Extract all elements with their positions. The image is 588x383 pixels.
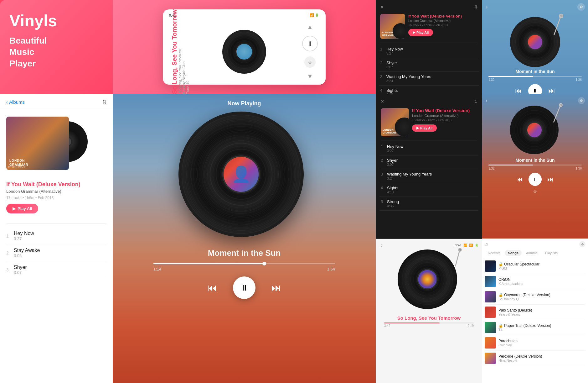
bottom-progress-fill: [384, 323, 440, 323]
song-row-2[interactable]: ORiON X Ambassadors: [485, 274, 585, 289]
tab-albums[interactable]: Albums: [523, 250, 541, 256]
right-album-cover: LONDONGRAMMAR: [381, 108, 409, 136]
songs-tabs: Recents Songs Albums Playlists: [485, 250, 585, 256]
right-track-3[interactable]: 3 Wasting My Young Years 3:24: [379, 169, 478, 183]
center-art-image: 👤: [224, 157, 259, 192]
close-icon[interactable]: ✕: [380, 4, 384, 9]
right-album-meta: 16 tracks • 1h2m • Feb 2013: [412, 118, 477, 122]
dark-track-list: 1 Hey Now 3:27 2 Shyer 3:07 3: [379, 44, 479, 94]
far-right-vinyl: [510, 106, 559, 154]
settings-button[interactable]: ⚙: [577, 3, 585, 11]
track-row-2[interactable]: 2 Stay Awake 3:05: [6, 244, 106, 261]
right-track-list: 1 Hey Now 3:27 2 Shyer 3:07: [379, 142, 478, 211]
track-row-3[interactable]: 3 Shyer 3:07: [6, 261, 106, 278]
track-row-1[interactable]: 1 Hey Now 3:27: [6, 228, 106, 244]
far-right-column: ♪ ⚙: [482, 94, 588, 383]
track-list: 1 Hey Now 3:27 2 Stay Awake 3:05 3 Shyer…: [0, 228, 113, 278]
dark-track-row-1[interactable]: 1 Hey Now 3:27: [379, 44, 479, 58]
progress-handle[interactable]: [262, 262, 266, 265]
tab-playlists[interactable]: Playlists: [542, 250, 561, 256]
sort-icon-right[interactable]: ⇅: [474, 99, 477, 104]
time-bottom: 9:41: [456, 244, 462, 247]
right-track-1[interactable]: 1 Hey Now 3:27: [379, 142, 478, 155]
song-row-4[interactable]: Palo Santo (Deluxe) Years & Years: [485, 305, 585, 320]
song-row-1[interactable]: 🔒 Oracular Spectacular MGMT: [485, 259, 585, 274]
top-phone-section: 9:41 📶 🔋 So Long, See You Tomorrow So Lo…: [113, 0, 376, 94]
dark-album-title: If You Wait (Deluxe Version): [408, 14, 478, 18]
rewind-button[interactable]: ⏮: [515, 87, 522, 94]
sort-icon[interactable]: ⇅: [474, 4, 478, 9]
bottom-total-time: 2:19: [468, 324, 474, 328]
song-thumb-4: [485, 307, 496, 318]
album-art-image: [528, 35, 542, 49]
airplay-icon-far[interactable]: ⊛: [533, 189, 537, 194]
person-icon: 👤: [231, 165, 251, 183]
settings-button-far[interactable]: ⚙: [578, 97, 585, 104]
gear-icon-far: ⚙: [580, 99, 583, 103]
play-all-button[interactable]: ▶ Play All: [6, 204, 38, 213]
forward-far[interactable]: ⏭: [547, 176, 554, 183]
song-thumb-3: [485, 291, 496, 302]
divider: [6, 223, 106, 224]
progress-fill: [153, 263, 264, 264]
play-icon: ▶: [413, 30, 415, 34]
player-controls: ⏮ ⏸ ⏭: [207, 276, 281, 299]
song-row-6[interactable]: Parachutes Coldplay: [485, 335, 585, 351]
pause-button[interactable]: ⏸: [302, 36, 318, 51]
dark-track-row-2[interactable]: 2 Shyer 3:07: [379, 58, 479, 72]
song-thumb-7: [485, 353, 496, 364]
main-vinyl: 👤: [178, 112, 304, 237]
arrow-down-icon[interactable]: ▼: [307, 73, 313, 80]
right-column: ✕ ⇅ LONDONGRAMMAR If You Wait (Deluxe Ve…: [376, 94, 482, 383]
right-track-5[interactable]: 5 Strong 4:35: [379, 197, 478, 211]
album-title: If You Wait (Deluxe Version): [6, 181, 106, 188]
signal-icon: 📶: [463, 244, 467, 247]
arrow-up-icon[interactable]: ▲: [307, 24, 313, 31]
close-icon-right[interactable]: ✕: [381, 99, 384, 104]
right-track-4[interactable]: 4 Sights 4:13: [379, 183, 478, 197]
pause-button-turntable[interactable]: ⏸: [528, 84, 542, 94]
bottom-progress: 3:42 2:19: [379, 323, 478, 328]
bottom-vinyl: [398, 249, 457, 309]
tab-songs[interactable]: Songs: [505, 250, 522, 256]
dark-album-artist: London Grammar (Alternative): [408, 19, 478, 23]
dark-track-row-4[interactable]: 4 Sights 4:13: [379, 86, 479, 94]
song-thumb-1: [485, 260, 496, 272]
tab-recents[interactable]: Recents: [485, 250, 503, 256]
pause-far[interactable]: ⏸: [529, 173, 542, 186]
rewind-button-main[interactable]: ⏮: [207, 282, 217, 294]
right-play-all-button[interactable]: ▶ Play All: [412, 124, 437, 132]
forward-button[interactable]: ⏭: [548, 87, 555, 94]
wifi-icon: 🛜: [469, 244, 473, 247]
dark-track-row-3[interactable]: 3 Wasting My Young Years 3:24: [379, 72, 479, 86]
progress-bar[interactable]: [153, 263, 335, 264]
settings-songs[interactable]: ⚙: [579, 241, 585, 247]
status-bar: 9:41 📶 🔋: [169, 13, 319, 17]
song-row-5[interactable]: 🔒 Paper Trail (Deluxe Version) T.I.: [485, 320, 585, 335]
music-icon-songs: ♫: [485, 242, 488, 247]
right-track-2[interactable]: 2 Shyer 3:07: [379, 155, 478, 169]
album-cover-dark: LONDONGRAMMAR: [380, 14, 405, 39]
top-blue-panel: ♪ ⚙ Moment in the Sun: [482, 0, 588, 94]
phone-card: 9:41 📶 🔋 So Long, See You Tomorrow So Lo…: [163, 9, 326, 85]
dark-album-meta: 16 tracks • 1h2m • Feb 2013: [408, 24, 478, 27]
forward-button-main[interactable]: ⏭: [271, 282, 281, 294]
rewind-far[interactable]: ⏮: [517, 176, 523, 183]
main-vinyl-container: 👤: [178, 112, 310, 243]
songs-content: ♫ ⚙ Recents Songs Albums Playlists: [482, 239, 588, 369]
album-artist: London Grammar (Alternative): [6, 189, 106, 194]
dark-play-all-button[interactable]: ▶ Play All: [408, 29, 433, 36]
sort-button[interactable]: ⇅: [102, 99, 106, 105]
song-row-7[interactable]: Peroxide (Deluxe Version) Nina Nesbitt: [485, 351, 585, 366]
album-name: So Long, See You Tomorrow: [178, 9, 182, 93]
chevron-left-icon: ‹: [6, 99, 8, 105]
music-note-icon: ♪: [485, 4, 488, 10]
back-button[interactable]: ‹ Albums: [6, 99, 25, 105]
song-row-3[interactable]: 🔒 Oxymoron (Deluxe Version) ScHoolboy Q: [485, 289, 585, 305]
total-time: 1:36: [576, 78, 582, 81]
track-name-turntable: Moment in the Sun: [485, 69, 585, 74]
airplay-button[interactable]: ⊕: [304, 56, 316, 68]
far-track-name: Moment in the Sun: [485, 158, 585, 163]
pause-button-main[interactable]: ⏸: [233, 276, 255, 299]
vinyl-record: [222, 30, 266, 74]
